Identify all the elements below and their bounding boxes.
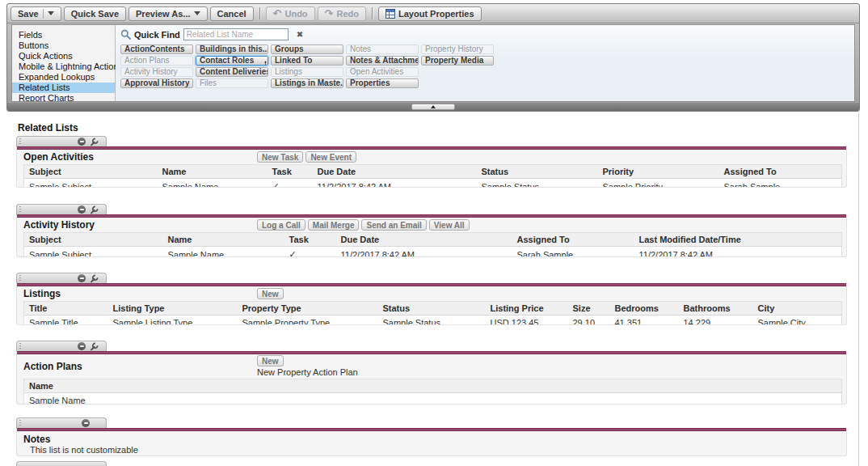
- next-list-tab-partial[interactable]: [16, 461, 107, 466]
- table-cell: 41,351: [610, 316, 679, 326]
- table-cell: Sample Subject: [24, 179, 158, 189]
- drag-grip: [19, 420, 21, 426]
- column-header-status: Status: [477, 165, 598, 179]
- remove-list-icon[interactable]: [78, 205, 86, 214]
- list-properties-icon[interactable]: [90, 205, 99, 214]
- layout-properties-button[interactable]: Layout Properties: [378, 6, 482, 21]
- column-header-task: Task: [268, 165, 313, 179]
- column-header-city: City: [753, 302, 842, 316]
- save-button[interactable]: Save: [11, 6, 61, 21]
- sidebar-item-expanded-lookups[interactable]: Expanded Lookups: [12, 72, 115, 83]
- sidebar-item-report-charts[interactable]: Report Charts: [12, 93, 115, 102]
- editor-toolbar: Save Quick Save Preview As... Cancel ↶ U…: [7, 4, 859, 23]
- palette-item-approval-history[interactable]: Approval History: [120, 78, 193, 88]
- new-action-plan-caption: New Property Action Plan: [257, 367, 358, 377]
- layout-properties-label: Layout Properties: [398, 9, 474, 19]
- mail-merge-button[interactable]: Mail Merge: [308, 219, 360, 231]
- view-all-button[interactable]: View All: [429, 219, 470, 231]
- list-buttons: New: [257, 288, 284, 299]
- list-handle-tab[interactable]: [16, 273, 107, 283]
- table-cell: Sample Status: [477, 179, 598, 189]
- column-header-subject: Subject: [24, 165, 158, 179]
- move-cursor-icon: [260, 61, 268, 66]
- undo-button[interactable]: ↶ Undo: [266, 6, 315, 21]
- drag-grip: [19, 206, 21, 213]
- log-a-call-button[interactable]: Log a Call: [257, 219, 305, 231]
- sidebar-item-related-lists[interactable]: Related Lists: [12, 83, 115, 93]
- table-cell: Sample Property Type: [238, 316, 378, 326]
- sidebar-item-buttons[interactable]: Buttons: [12, 40, 115, 51]
- palette-item-property-media[interactable]: Property Media: [421, 56, 494, 66]
- palette-item-linked-to[interactable]: Linked To: [271, 56, 343, 66]
- remove-list-icon[interactable]: [82, 419, 90, 427]
- table-cell: ✓: [268, 179, 313, 189]
- related-list-section-action-plans: Action PlansNewNew Property Action PlanN…: [16, 341, 847, 405]
- list-buttons: Log a CallMail MergeSend an EmailView Al…: [257, 219, 470, 231]
- new-task-button[interactable]: New Task: [257, 151, 303, 163]
- column-header-status: Status: [378, 302, 486, 316]
- redo-button[interactable]: ↷ Redo: [318, 6, 366, 21]
- undo-label: Undo: [284, 9, 307, 19]
- quick-save-button[interactable]: Quick Save: [64, 6, 126, 21]
- new-button[interactable]: New: [257, 288, 284, 299]
- column-header-bathrooms: Bathrooms: [679, 302, 753, 316]
- column-header-due-date: Due Date: [336, 233, 512, 247]
- new-event-button[interactable]: New Event: [305, 151, 356, 163]
- palette-collapse-handle[interactable]: [411, 104, 455, 110]
- table-cell: 11/2/2017 8:42 AM: [634, 247, 842, 258]
- category-sidebar: FieldsButtonsQuick ActionsMobile & Light…: [12, 25, 116, 101]
- palette-item-properties[interactable]: Properties: [346, 78, 419, 88]
- search-icon: [120, 29, 131, 40]
- palette-spacer: [421, 67, 494, 77]
- related-list-box: NotesThis list is not customizable: [16, 428, 847, 456]
- list-properties-icon[interactable]: [90, 274, 99, 283]
- list-handle-tab[interactable]: [16, 204, 107, 214]
- toolbar-separator: [259, 7, 260, 19]
- cancel-button[interactable]: Cancel: [210, 6, 254, 21]
- preview-as-button[interactable]: Preview As...: [129, 6, 207, 21]
- column-header-property-type: Property Type: [238, 302, 378, 316]
- palette-item-buildings-in-this[interactable]: Buildings in this...: [196, 44, 268, 54]
- table-row: Sample SubjectSample Name✓11/2/2017 8:42…: [24, 179, 842, 189]
- table-row: Sample TitleSample Listing TypeSample Pr…: [24, 316, 842, 326]
- column-header-listing-type: Listing Type: [108, 302, 238, 316]
- table-cell: USD 123.45: [486, 316, 568, 326]
- related-list-section-listings: ListingsNewTitleListing TypeProperty Typ…: [16, 273, 847, 325]
- remove-list-icon[interactable]: [78, 274, 86, 282]
- redo-icon: ↷: [325, 9, 334, 18]
- list-properties-icon[interactable]: [90, 138, 99, 146]
- table-cell: Sarah Sample: [512, 247, 634, 258]
- new-button[interactable]: New: [257, 355, 284, 366]
- palette-grid: ActionContentsBuildings in this...Groups…: [116, 43, 854, 90]
- list-handle-tab[interactable]: [16, 341, 107, 351]
- palette-item-groups[interactable]: Groups: [271, 44, 343, 54]
- list-handle-tab[interactable]: [16, 417, 107, 428]
- palette-item-content-deliveries[interactable]: Content Deliveries: [196, 67, 268, 77]
- sidebar-item-fields[interactable]: Fields: [12, 30, 115, 40]
- related-list-box: ListingsNewTitleListing TypeProperty Typ…: [16, 283, 847, 325]
- column-header-name: Name: [24, 379, 842, 393]
- drag-grip: [19, 275, 21, 282]
- list-properties-icon[interactable]: [90, 342, 99, 351]
- palette-bottom-bar: [7, 103, 859, 111]
- send-an-email-button[interactable]: Send an Email: [361, 219, 426, 231]
- list-handle-tab[interactable]: [16, 136, 107, 146]
- palette-item-notes-attachments[interactable]: Notes & Attachments: [346, 56, 419, 66]
- list-properties-wrench-icon: [90, 205, 99, 214]
- list-properties-wrench-icon: [90, 274, 99, 283]
- sidebar-item-quick-actions[interactable]: Quick Actions: [12, 51, 115, 61]
- table-cell: 11/2/2017 8:42 AM: [313, 179, 477, 189]
- remove-list-icon[interactable]: [78, 342, 86, 350]
- quick-find-input[interactable]: [183, 28, 289, 40]
- related-list-box: Action PlansNewNew Property Action PlanN…: [16, 351, 847, 405]
- table-cell: Sample Priority: [598, 179, 719, 189]
- palette-item-actioncontents[interactable]: ActionContents: [120, 44, 193, 54]
- quick-find-row: Quick Find ✖: [116, 25, 854, 43]
- remove-list-icon[interactable]: [78, 138, 86, 146]
- palette-item-contact-roles[interactable]: Contact Roles: [196, 56, 268, 66]
- palette-item-listings-in-maste[interactable]: Listings in Maste...: [271, 78, 343, 88]
- clear-search-icon[interactable]: ✖: [297, 30, 303, 39]
- sidebar-item-mobile-lightning-actions[interactable]: Mobile & Lightning Actions: [12, 61, 115, 72]
- column-header-title: Title: [24, 302, 108, 316]
- column-header-due-date: Due Date: [313, 165, 477, 179]
